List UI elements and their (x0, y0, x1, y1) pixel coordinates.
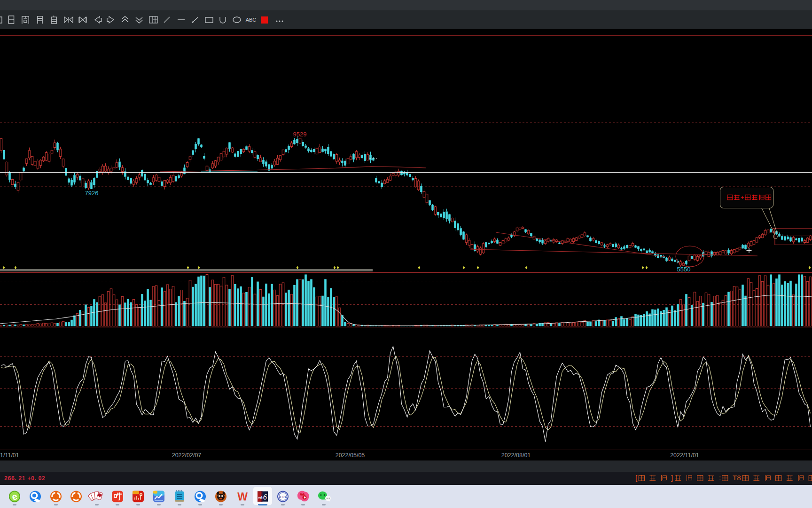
svg-text:2022/08/01: 2022/08/01 (501, 452, 531, 459)
svg-text::: : (719, 474, 721, 482)
svg-text:9529: 9529 (293, 131, 307, 138)
svg-text:1/11/01: 1/11/01 (0, 452, 19, 459)
svg-text:6: 6 (263, 493, 267, 501)
svg-text:2022/11/01: 2022/11/01 (670, 452, 699, 459)
svg-text:iFLY: iFLY (279, 495, 287, 499)
svg-text:]: ] (671, 474, 673, 482)
svg-text:wh: wh (258, 495, 263, 500)
svg-text:266. 21 +0. 02: 266. 21 +0. 02 (4, 475, 45, 482)
svg-text:T8: T8 (733, 474, 741, 482)
svg-text:+: + (741, 194, 744, 201)
svg-text:ABC: ABC (246, 17, 257, 23)
svg-text:W: W (237, 491, 248, 503)
svg-text:2022/05/05: 2022/05/05 (336, 452, 365, 459)
svg-text:2022/02/07: 2022/02/07 (172, 452, 202, 459)
svg-text:5550: 5550 (677, 266, 691, 273)
svg-text:7926: 7926 (85, 190, 99, 197)
